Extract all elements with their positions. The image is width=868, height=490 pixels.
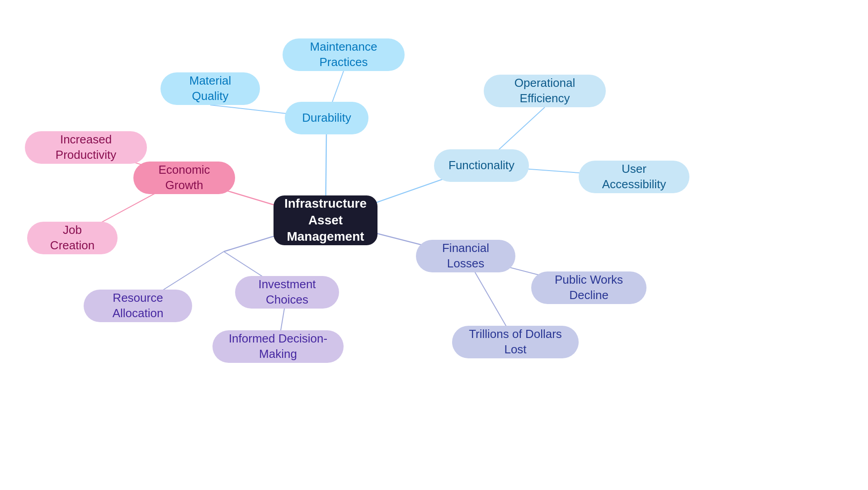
- informed-decision-label: Informed Decision-Making: [227, 331, 329, 362]
- increased-productivity-label: Increased Productivity: [39, 132, 132, 163]
- trillions-lost-node: Trillions of Dollars Lost: [452, 326, 579, 358]
- economic-growth-label: Economic Growth: [148, 162, 221, 193]
- operational-efficiency-node: Operational Efficiency: [484, 75, 606, 107]
- public-works-decline-label: Public Works Decline: [546, 272, 632, 303]
- job-creation-node: Job Creation: [27, 222, 118, 254]
- operational-efficiency-label: Operational Efficiency: [498, 76, 591, 106]
- resource-allocation-label: Resource Allocation: [98, 290, 178, 321]
- trillions-lost-label: Trillions of Dollars Lost: [467, 327, 564, 357]
- center-label: Infrastructure Asset Management: [284, 195, 367, 245]
- investment-choices-label: Investment Choices: [250, 277, 325, 308]
- functionality-label: Functionality: [448, 158, 514, 173]
- economic-growth-node: Economic Growth: [133, 162, 235, 194]
- job-creation-label: Job Creation: [42, 223, 103, 253]
- maintenance-practices-label: Maintenance Practices: [297, 39, 390, 70]
- user-accessibility-label: User Accessibility: [593, 162, 675, 192]
- center-node: Infrastructure Asset Management: [274, 195, 377, 245]
- durability-label: Durability: [302, 110, 351, 126]
- functionality-node: Functionality: [434, 149, 529, 182]
- material-quality-node: Material Quality: [160, 72, 260, 105]
- financial-losses-node: Financial Losses: [416, 240, 515, 272]
- user-accessibility-node: User Accessibility: [579, 161, 689, 193]
- material-quality-label: Material Quality: [175, 73, 245, 104]
- informed-decision-node: Informed Decision-Making: [212, 330, 344, 363]
- investment-choices-node: Investment Choices: [235, 276, 339, 309]
- financial-losses-label: Financial Losses: [430, 241, 501, 271]
- durability-node: Durability: [285, 102, 368, 134]
- maintenance-practices-node: Maintenance Practices: [283, 38, 405, 71]
- resource-allocation-node: Resource Allocation: [84, 290, 192, 322]
- public-works-decline-node: Public Works Decline: [531, 271, 646, 304]
- increased-productivity-node: Increased Productivity: [25, 131, 147, 164]
